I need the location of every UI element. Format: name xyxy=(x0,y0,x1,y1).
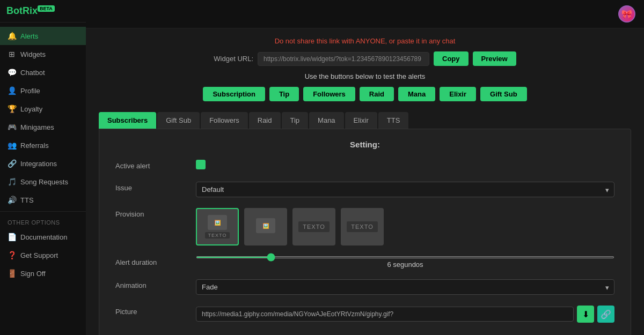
issue-select-wrapper: Default xyxy=(196,182,614,197)
alert-btn-mana[interactable]: Mana xyxy=(398,87,435,101)
widget-url-label: Widget URL: xyxy=(214,55,253,63)
issue-row: Issue Default xyxy=(115,182,614,197)
sidebar-label-integrations: Integrations xyxy=(20,160,57,168)
tabs-row: Subscribers Gift Sub Followers Raid Tip … xyxy=(99,112,631,129)
animation-row: Animation Fade Slide Bounce xyxy=(115,279,614,295)
test-label: Use the buttons below to test the alerts xyxy=(99,72,631,80)
issue-select[interactable]: Default xyxy=(196,182,614,197)
sidebar-item-chatbot[interactable]: 💬 Chatbot xyxy=(0,63,86,81)
sidebar-label-sign-off: Sign Off xyxy=(20,270,46,278)
alert-btn-elixir[interactable]: Elixir xyxy=(440,87,476,101)
active-alert-label: Active alert xyxy=(115,160,185,170)
provision-card-1[interactable]: 🖼️ TEXTO xyxy=(196,208,239,245)
referrals-icon: 👥 xyxy=(8,141,16,150)
sidebar-item-sign-off[interactable]: 🚪 Sign Off xyxy=(0,264,86,282)
sidebar-item-song-requests[interactable]: 🎵 Song Requests xyxy=(0,173,86,191)
animation-select[interactable]: Fade Slide Bounce xyxy=(196,279,614,295)
sidebar-item-integrations[interactable]: 🔗 Integrations xyxy=(0,154,86,173)
card3-label: TEXTO xyxy=(298,221,329,232)
alert-btn-gift-sub[interactable]: Gift Sub xyxy=(480,87,527,101)
documentation-icon: 📄 xyxy=(8,233,16,241)
alert-btn-raid[interactable]: Raid xyxy=(360,87,394,101)
alert-duration-slider[interactable] xyxy=(196,256,614,258)
sidebar-item-tts[interactable]: 🔊 TTS xyxy=(0,191,86,209)
tab-tip[interactable]: Tip xyxy=(282,112,309,129)
card2-image: 🖼️ xyxy=(256,218,275,233)
sidebar-label-chatbot: Chatbot xyxy=(20,69,45,77)
card1-image: 🖼️ xyxy=(208,215,227,230)
copy-button[interactable]: Copy xyxy=(434,51,469,66)
integrations-icon: 🔗 xyxy=(8,159,16,168)
provision-card-4[interactable]: TEXTO xyxy=(341,208,384,245)
widgets-icon: ⊞ xyxy=(8,50,16,58)
tab-elixir[interactable]: Elixir xyxy=(345,112,377,129)
active-alert-row: Active alert xyxy=(115,160,614,171)
sidebar-item-minigames[interactable]: 🎮 Minigames xyxy=(0,118,86,136)
sidebar-label-profile: Profile xyxy=(20,87,40,95)
picture-url-input[interactable] xyxy=(196,307,574,322)
issue-label: Issue xyxy=(115,182,185,192)
song-requests-icon: 🎵 xyxy=(8,177,16,186)
sidebar-item-documentation[interactable]: 📄 Documentation xyxy=(0,228,86,246)
picture-label: Picture xyxy=(115,306,185,316)
topbar: 🎀 xyxy=(86,0,644,28)
preview-button[interactable]: Preview xyxy=(473,51,516,66)
sidebar-nav: 🔔 Alerts⊞ Widgets💬 Chatbot👤 Profile🏆 Loy… xyxy=(0,23,86,335)
loyalty-icon: 🏆 xyxy=(8,105,16,113)
settings-panel: Setting: Active alert Issue Default xyxy=(99,129,631,335)
card1-label: TEXTO xyxy=(205,232,230,239)
settings-title: Setting: xyxy=(115,140,614,149)
sidebar-item-widgets[interactable]: ⊞ Widgets xyxy=(0,45,86,63)
provision-label: Provision xyxy=(115,208,185,218)
card4-label: TEXTO xyxy=(347,221,377,232)
provision-cards-container: 🖼️ TEXTO 🖼️ TEXTO TEXTO xyxy=(196,208,614,245)
alert-duration-value: 6 segundos xyxy=(196,260,614,269)
alert-duration-label: Alert duration xyxy=(115,256,185,266)
profile-icon: 👤 xyxy=(8,86,16,95)
sidebar-item-referrals[interactable]: 👥 Referrals xyxy=(0,136,86,154)
sidebar-label-tts: TTS xyxy=(20,196,34,204)
alert-test-buttons: Subscription Tip Followers Raid Mana Eli… xyxy=(99,87,631,101)
sidebar-label-get-support: Get Support xyxy=(20,251,58,259)
alert-duration-row: Alert duration 6 segundos xyxy=(115,256,614,269)
alert-btn-followers[interactable]: Followers xyxy=(303,87,355,101)
tab-mana[interactable]: Mana xyxy=(309,112,344,129)
sidebar-divider xyxy=(0,211,86,212)
tts-icon: 🔊 xyxy=(8,196,16,204)
minigames-icon: 🎮 xyxy=(8,123,16,131)
sign-off-icon: 🚪 xyxy=(8,269,16,278)
avatar[interactable]: 🎀 xyxy=(618,5,635,23)
active-alert-control xyxy=(196,160,614,171)
alert-duration-control: 6 segundos xyxy=(196,256,614,269)
brand-logo: BotRixBETA xyxy=(6,5,55,17)
sidebar-item-loyalty[interactable]: 🏆 Loyalty xyxy=(0,100,86,118)
alert-btn-subscription[interactable]: Subscription xyxy=(203,87,265,101)
tab-raid[interactable]: Raid xyxy=(249,112,281,129)
tab-subscribers[interactable]: Subscribers xyxy=(99,112,156,129)
provision-card-2[interactable]: 🖼️ xyxy=(244,208,287,245)
sidebar-label-song-requests: Song Requests xyxy=(20,178,68,186)
picture-link-button[interactable]: 🔗 xyxy=(597,306,614,323)
picture-download-button[interactable]: ⬇ xyxy=(577,306,594,323)
tab-tts[interactable]: TTS xyxy=(378,112,409,129)
picture-control: ⬇ 🔗 xyxy=(196,306,614,323)
provision-row: Provision 🖼️ TEXTO 🖼️ xyxy=(115,208,614,245)
active-alert-checkbox[interactable] xyxy=(196,160,206,169)
widget-url-input[interactable] xyxy=(258,52,429,66)
provision-card-3[interactable]: TEXTO xyxy=(292,208,335,245)
picture-row: Picture ⬇ 🔗 xyxy=(115,306,614,323)
sidebar-item-get-support[interactable]: ❓ Get Support xyxy=(0,246,86,264)
sidebar-item-profile[interactable]: 👤 Profile xyxy=(0,81,86,100)
tab-followers[interactable]: Followers xyxy=(201,112,248,129)
sidebar-item-alerts[interactable]: 🔔 Alerts xyxy=(0,27,86,45)
alert-btn-tip[interactable]: Tip xyxy=(269,87,299,101)
sidebar-label-loyalty: Loyalty xyxy=(20,105,42,113)
sidebar-header: BotRixBETA xyxy=(0,0,86,23)
main-panel: 🎀 Do not share this link with ANYONE, or… xyxy=(86,0,644,335)
sidebar-label-documentation: Documentation xyxy=(20,233,67,241)
animation-select-wrapper: Fade Slide Bounce xyxy=(196,279,614,295)
alerts-icon: 🔔 xyxy=(8,32,16,40)
sidebar-label-alerts: Alerts xyxy=(20,32,38,40)
tab-gift-sub[interactable]: Gift Sub xyxy=(157,112,200,129)
warning-text: Do not share this link with ANYONE, or p… xyxy=(99,37,631,45)
